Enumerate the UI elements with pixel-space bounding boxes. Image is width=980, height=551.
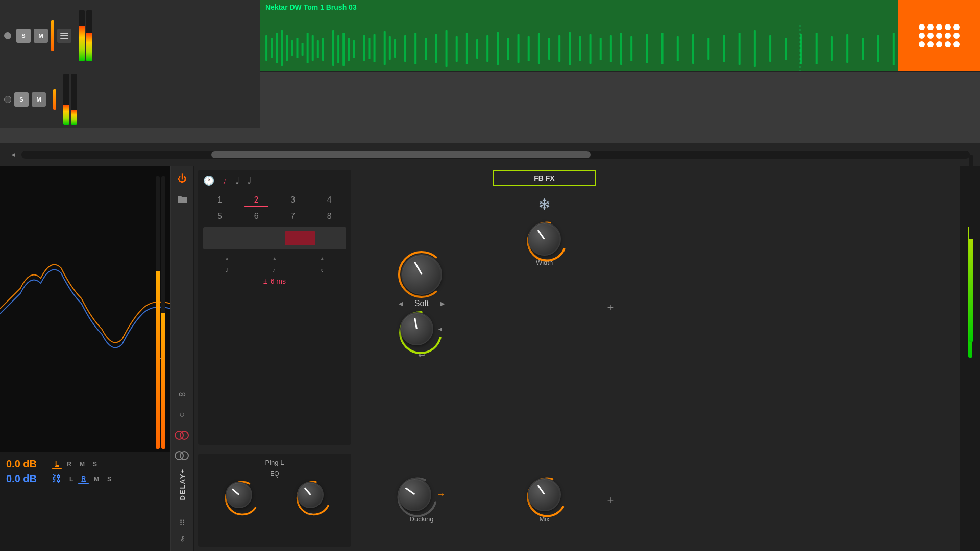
stereo-button[interactable] (175, 428, 190, 443)
track2-meter-left (63, 74, 69, 125)
ducking-indicator (405, 487, 415, 495)
delay-arrow-2[interactable]: ▲ (272, 256, 277, 261)
svg-rect-31 (486, 35, 488, 62)
green-feedback-knob[interactable] (400, 312, 433, 345)
green-knob-container: ◄ (400, 312, 444, 345)
delay-num-4[interactable]: 4 (313, 193, 347, 207)
delay-ms-display: ± 6 ms (203, 277, 346, 285)
track1-solo-button[interactable]: S (16, 29, 31, 43)
track1-led[interactable] (4, 32, 11, 39)
analyzer-panel: 0.0 dB L R M S 0.0 dB ⛓ L R M S (0, 166, 171, 551)
delay-num-7[interactable]: 7 (276, 210, 310, 223)
logo-dots-grid (919, 24, 960, 47)
delay-arrow-3[interactable]: ▲ (320, 256, 325, 261)
orange-logo[interactable] (898, 0, 980, 71)
svg-rect-28 (456, 36, 458, 62)
scrollbar-thumb[interactable] (211, 151, 591, 158)
track1-meters (79, 10, 92, 61)
mix-knob[interactable] (528, 478, 561, 511)
delay-num-5[interactable]: 5 (203, 210, 237, 223)
svg-rect-60 (862, 38, 864, 60)
delay-num-8[interactable]: 8 (313, 210, 347, 223)
delay-bar-container[interactable] (203, 227, 346, 249)
width-knob[interactable] (528, 222, 561, 256)
plugin-add-button[interactable]: + (600, 166, 621, 449)
svg-rect-9 (312, 35, 314, 61)
svg-rect-37 (548, 38, 550, 60)
track1-menu-button[interactable] (57, 29, 71, 43)
delay-pm-symbol: ± (263, 277, 267, 285)
ducking-knob[interactable] (398, 478, 431, 511)
svg-rect-27 (446, 30, 448, 67)
mix-knob-indicator (537, 485, 545, 495)
link-button[interactable]: ∞ (175, 387, 190, 402)
delay-num-6[interactable]: 6 (240, 210, 274, 223)
svg-rect-5 (291, 40, 293, 56)
quarter-note-icon[interactable]: ♩ (235, 175, 239, 186)
eq-knobs-row (203, 482, 346, 508)
s-button-blue[interactable]: S (104, 474, 114, 484)
delay-arrow-1[interactable]: ▲ (225, 256, 230, 261)
delay-num-1[interactable]: 1 (203, 193, 237, 207)
delay-selector-panel: 🕐 ♪ ♩ 𝅗𝅥 1 2 (198, 170, 351, 445)
eq-high-knob[interactable] (297, 482, 324, 508)
delay-bar-fill (285, 231, 315, 245)
mix-section: Mix (488, 449, 600, 551)
clock-icon[interactable]: 🕐 (203, 175, 214, 186)
track2-meters (63, 74, 77, 125)
dots-button[interactable]: ⠿ (175, 515, 190, 531)
chain-link-icon[interactable]: ⛓ (52, 473, 61, 484)
analyzer-info: 0.0 dB L R M S 0.0 dB ⛓ L R M S (0, 452, 170, 551)
fbfx-header[interactable]: FB FX (493, 170, 596, 186)
key-button[interactable]: ⚷ (175, 531, 190, 546)
delay-num-3[interactable]: 3 (276, 193, 310, 207)
scrollbar-track[interactable] (21, 151, 970, 159)
eq-highcut-icon[interactable]: ⌒ (306, 512, 314, 523)
delay-num-2[interactable]: 2 (240, 193, 274, 207)
track1-volume-bar[interactable] (51, 20, 54, 51)
eighth-note-icon[interactable]: ♪ (223, 176, 227, 186)
svg-rect-41 (590, 34, 592, 64)
parallel-button[interactable] (175, 448, 190, 463)
ducking-section: → Ducking (355, 449, 488, 551)
mono-button[interactable]: ○ (175, 407, 190, 422)
svg-rect-22 (394, 39, 396, 58)
sub-note-1: ♩̈ (226, 267, 228, 273)
track2-led[interactable] (4, 96, 11, 103)
plugin-bottom-add-button[interactable]: + (600, 449, 621, 551)
track2-solo-button[interactable]: S (14, 92, 29, 107)
soft-main-knob[interactable] (401, 254, 442, 295)
svg-rect-14 (342, 33, 345, 66)
snowflake-icon[interactable]: ❄ (538, 195, 551, 213)
delay-plugin-sidebar: ⏻ ∞ ○ (171, 166, 194, 551)
m-button-blue[interactable]: M (91, 474, 102, 484)
lrms-orange: L R M S (52, 459, 100, 469)
right-meter-left (156, 176, 160, 449)
l-button-orange[interactable]: L (52, 459, 62, 469)
svg-rect-15 (348, 38, 350, 61)
svg-rect-20 (384, 31, 386, 65)
soft-prev-arrow[interactable]: ◄ (397, 299, 404, 308)
m-button-orange[interactable]: M (77, 460, 88, 469)
folder-button[interactable] (175, 191, 190, 207)
soft-next-arrow[interactable]: ► (439, 299, 446, 308)
meter-fill-left (79, 26, 85, 61)
r-button-blue[interactable]: R (78, 474, 89, 484)
r-button-orange[interactable]: R (64, 460, 75, 469)
track1-mute-button[interactable]: M (34, 29, 48, 43)
s-button-orange[interactable]: S (90, 460, 100, 469)
svg-rect-1 (271, 38, 273, 58)
l-button-blue[interactable]: L (66, 474, 76, 484)
svg-rect-57 (816, 33, 818, 64)
power-button[interactable]: ⏻ (175, 171, 190, 186)
delay-ms-value[interactable]: 6 ms (271, 277, 286, 285)
track1-meter-right (86, 10, 92, 61)
right-meter-fill-right (161, 313, 165, 449)
svg-rect-16 (353, 40, 355, 58)
eq-low-knob[interactable] (226, 482, 252, 508)
scroll-left-arrow[interactable]: ◄ (10, 151, 16, 158)
ducking-row: → (398, 478, 446, 511)
svg-rect-46 (646, 34, 648, 63)
active-underline (244, 206, 268, 207)
track2-mute-button[interactable]: M (32, 92, 46, 107)
